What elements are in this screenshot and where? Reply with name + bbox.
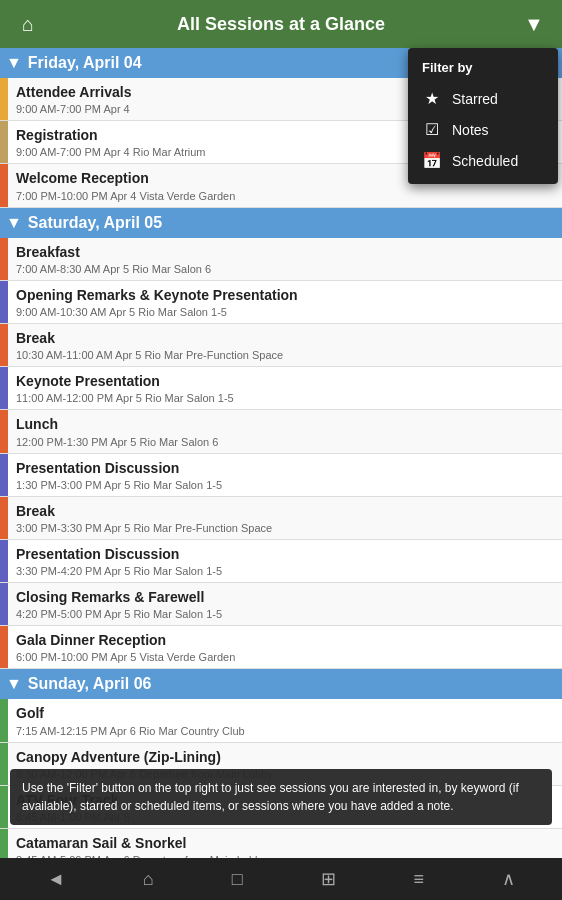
session-details: 9:00 AM-10:30 AM Apr 5 Rio Mar Salon 1-5: [16, 306, 554, 318]
bottom-nav: ◄ ⌂ □ ⊞ ≡ ∧: [0, 858, 562, 900]
session-row[interactable]: Keynote Presentation 11:00 AM-12:00 PM A…: [0, 367, 562, 410]
up-icon[interactable]: ∧: [502, 868, 515, 890]
notes-icon: ☑: [422, 120, 442, 139]
session-title: Catamaran Sail & Snorkel: [16, 834, 554, 852]
grid-icon[interactable]: ⊞: [321, 868, 336, 890]
chevron-icon: ▼: [6, 214, 22, 232]
session-details: 3:30 PM-4:20 PM Apr 5 Rio Mar Salon 1-5: [16, 565, 554, 577]
page-title: All Sessions at a Glance: [44, 14, 518, 35]
session-row[interactable]: Break 3:00 PM-3:30 PM Apr 5 Rio Mar Pre-…: [0, 497, 562, 540]
category-strip: [0, 281, 8, 323]
session-row[interactable]: Lunch 12:00 PM-1:30 PM Apr 5 Rio Mar Sal…: [0, 410, 562, 453]
category-strip: [0, 497, 8, 539]
filter-notes[interactable]: ☑ Notes: [408, 114, 558, 145]
filter-icon[interactable]: ▼: [518, 13, 550, 36]
session-row[interactable]: Opening Remarks & Keynote Presentation 9…: [0, 281, 562, 324]
star-icon: ★: [422, 89, 442, 108]
category-strip: [0, 786, 8, 828]
session-details: 7:15 AM-12:15 PM Apr 6 Rio Mar Country C…: [16, 725, 554, 737]
session-title: Presentation Discussion: [16, 545, 554, 563]
session-details: 3:00 PM-3:30 PM Apr 5 Rio Mar Pre-Functi…: [16, 522, 554, 534]
session-content: Keynote Presentation 11:00 AM-12:00 PM A…: [8, 367, 562, 409]
day-label: Saturday, April 05: [28, 214, 162, 232]
session-title: Presentation Discussion: [16, 459, 554, 477]
session-content: Break 10:30 AM-11:00 AM Apr 5 Rio Mar Pr…: [8, 324, 562, 366]
top-bar: ⌂ All Sessions at a Glance ▼: [0, 0, 562, 48]
menu-icon[interactable]: ≡: [414, 869, 425, 890]
scheduled-icon: 📅: [422, 151, 442, 170]
session-details: 6:00 PM-10:00 PM Apr 5 Vista Verde Garde…: [16, 651, 554, 663]
category-strip: [0, 583, 8, 625]
session-title: Gala Dinner Reception: [16, 631, 554, 649]
session-details: 11:00 AM-12:00 PM Apr 5 Rio Mar Salon 1-…: [16, 392, 554, 404]
session-content: Presentation Discussion 1:30 PM-3:00 PM …: [8, 454, 562, 496]
category-strip: [0, 164, 8, 206]
session-content: Golf 7:15 AM-12:15 PM Apr 6 Rio Mar Coun…: [8, 699, 562, 741]
filter-scheduled-label: Scheduled: [452, 153, 518, 169]
home-nav-icon[interactable]: ⌂: [143, 869, 154, 890]
session-details: 7:00 PM-10:00 PM Apr 4 Vista Verde Garde…: [16, 190, 554, 202]
filter-scheduled[interactable]: 📅 Scheduled: [408, 145, 558, 176]
chevron-icon: ▼: [6, 675, 22, 693]
filter-dropdown: Filter by ★ Starred ☑ Notes 📅 Scheduled: [408, 48, 558, 184]
category-strip: [0, 121, 8, 163]
session-content: Presentation Discussion 3:30 PM-4:20 PM …: [8, 540, 562, 582]
session-row[interactable]: Breakfast 7:00 AM-8:30 AM Apr 5 Rio Mar …: [0, 238, 562, 281]
session-title: Canopy Adventure (Zip-Lining): [16, 748, 554, 766]
session-row[interactable]: Break 10:30 AM-11:00 AM Apr 5 Rio Mar Pr…: [0, 324, 562, 367]
session-title: Break: [16, 502, 554, 520]
category-strip: [0, 238, 8, 280]
tooltip-text: Use the 'Filter' button on the top right…: [22, 781, 519, 813]
session-content: Gala Dinner Reception 6:00 PM-10:00 PM A…: [8, 626, 562, 668]
session-title: Keynote Presentation: [16, 372, 554, 390]
session-row[interactable]: Gala Dinner Reception 6:00 PM-10:00 PM A…: [0, 626, 562, 669]
session-details: 8:45 AM-5:00 PM Apr 6 Departure from Mai…: [16, 854, 554, 858]
filter-notes-label: Notes: [452, 122, 489, 138]
session-row[interactable]: Golf 7:15 AM-12:15 PM Apr 6 Rio Mar Coun…: [0, 699, 562, 742]
session-details: 7:00 AM-8:30 AM Apr 5 Rio Mar Salon 6: [16, 263, 554, 275]
session-content: Breakfast 7:00 AM-8:30 AM Apr 5 Rio Mar …: [8, 238, 562, 280]
category-strip: [0, 324, 8, 366]
day-label: Sunday, April 06: [28, 675, 152, 693]
filter-starred-label: Starred: [452, 91, 498, 107]
session-row[interactable]: Presentation Discussion 1:30 PM-3:00 PM …: [0, 454, 562, 497]
session-content: Lunch 12:00 PM-1:30 PM Apr 5 Rio Mar Sal…: [8, 410, 562, 452]
day-label: Friday, April 04: [28, 54, 142, 72]
category-strip: [0, 829, 8, 858]
session-details: 1:30 PM-3:00 PM Apr 5 Rio Mar Salon 1-5: [16, 479, 554, 491]
session-title: Golf: [16, 704, 554, 722]
session-title: Break: [16, 329, 554, 347]
category-strip: [0, 743, 8, 785]
session-content: Closing Remarks & Farewell 4:20 PM-5:00 …: [8, 583, 562, 625]
session-row[interactable]: Closing Remarks & Farewell 4:20 PM-5:00 …: [0, 583, 562, 626]
filter-starred[interactable]: ★ Starred: [408, 83, 558, 114]
session-row[interactable]: Catamaran Sail & Snorkel 8:45 AM-5:00 PM…: [0, 829, 562, 858]
session-title: Breakfast: [16, 243, 554, 261]
session-title: Opening Remarks & Keynote Presentation: [16, 286, 554, 304]
day-header[interactable]: ▼ Sunday, April 06: [0, 669, 562, 699]
category-strip: [0, 78, 8, 120]
category-strip: [0, 454, 8, 496]
back-icon[interactable]: ◄: [47, 869, 65, 890]
session-details: 12:00 PM-1:30 PM Apr 5 Rio Mar Salon 6: [16, 436, 554, 448]
recent-icon[interactable]: □: [232, 869, 243, 890]
day-header[interactable]: ▼ Saturday, April 05: [0, 208, 562, 238]
category-strip: [0, 367, 8, 409]
session-details: 10:30 AM-11:00 AM Apr 5 Rio Mar Pre-Func…: [16, 349, 554, 361]
category-strip: [0, 699, 8, 741]
home-icon[interactable]: ⌂: [12, 13, 44, 36]
session-details: 4:20 PM-5:00 PM Apr 5 Rio Mar Salon 1-5: [16, 608, 554, 620]
tooltip: Use the 'Filter' button on the top right…: [10, 769, 552, 825]
category-strip: [0, 540, 8, 582]
category-strip: [0, 410, 8, 452]
session-title: Closing Remarks & Farewell: [16, 588, 554, 606]
session-content: Catamaran Sail & Snorkel 8:45 AM-5:00 PM…: [8, 829, 562, 858]
session-row[interactable]: Presentation Discussion 3:30 PM-4:20 PM …: [0, 540, 562, 583]
session-content: Break 3:00 PM-3:30 PM Apr 5 Rio Mar Pre-…: [8, 497, 562, 539]
chevron-icon: ▼: [6, 54, 22, 72]
session-content: Opening Remarks & Keynote Presentation 9…: [8, 281, 562, 323]
filter-title: Filter by: [408, 56, 558, 83]
session-title: Lunch: [16, 415, 554, 433]
category-strip: [0, 626, 8, 668]
